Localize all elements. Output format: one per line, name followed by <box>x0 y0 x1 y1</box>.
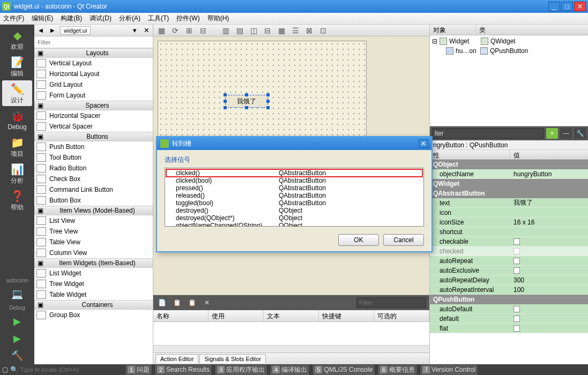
signal-row[interactable]: clicked(bool)QAbstractButton <box>166 177 422 184</box>
menu-debug[interactable]: 调试(D) <box>90 14 111 23</box>
dropdown-icon[interactable]: ▾ <box>130 26 139 35</box>
widget-item[interactable]: Radio Button <box>34 163 153 174</box>
prop-value[interactable] <box>510 325 588 332</box>
expand-icon[interactable]: ▣ <box>36 133 44 140</box>
widget-item[interactable]: Table Widget <box>34 289 153 300</box>
prop-row[interactable]: text我饿了 <box>430 198 588 208</box>
menu-file[interactable]: 文件(F) <box>3 14 24 23</box>
object-tree[interactable]: ⊟WidgetQWidget hu…onOKQPushButton <box>430 35 588 126</box>
status-pane[interactable]: 7Version Control <box>420 364 478 376</box>
checkbox[interactable] <box>513 258 520 264</box>
widget-item[interactable]: List Widget <box>34 268 153 279</box>
tb-vlayout-icon[interactable]: ▤ <box>235 26 244 35</box>
tb-signals-icon[interactable]: ⟳ <box>170 26 180 35</box>
fwd-icon[interactable]: ► <box>48 26 57 35</box>
widget-item[interactable]: Tree View <box>34 226 153 237</box>
action-list[interactable] <box>153 322 429 345</box>
debug-run-button[interactable]: ▶ <box>6 331 28 346</box>
checkbox[interactable] <box>513 267 520 274</box>
locator-input[interactable] <box>20 366 123 373</box>
expand-icon[interactable]: ▣ <box>36 49 44 57</box>
widget-item[interactable]: Horizontal Spacer <box>34 110 153 121</box>
checkbox[interactable] <box>513 306 520 312</box>
widget-item[interactable]: Button Box <box>34 195 153 206</box>
widget-item[interactable]: Push Button <box>34 141 153 152</box>
widget-item[interactable]: Table View <box>34 237 153 248</box>
menu-widgets[interactable]: 控件(W) <box>176 14 199 23</box>
prop-row[interactable]: checkable <box>430 237 588 246</box>
prop-row[interactable]: icon <box>430 208 588 218</box>
tb-hlayout-icon[interactable]: ▥ <box>221 26 230 35</box>
widget-item[interactable]: Horizontal Layout <box>34 69 153 79</box>
widget-item[interactable]: Vertical Spacer <box>34 121 153 132</box>
prop-filter-input[interactable] <box>432 128 544 139</box>
checkbox[interactable] <box>513 325 520 332</box>
tb-adjust-icon[interactable]: ⊡ <box>318 26 328 35</box>
minimize-button[interactable]: _ <box>548 2 560 11</box>
expand-icon[interactable]: ▣ <box>36 259 44 267</box>
prop-row[interactable]: iconSize16 x 16 <box>430 218 588 227</box>
prop-row[interactable]: checked <box>430 246 588 256</box>
expand-icon[interactable]: ▣ <box>36 301 44 309</box>
prop-value[interactable] <box>510 306 588 312</box>
widget-item[interactable]: Check Box <box>34 174 153 184</box>
tb-vsplit-icon[interactable]: ⊟ <box>263 26 272 35</box>
widget-item[interactable]: Vertical Layout <box>34 58 153 69</box>
tb-grid-icon[interactable]: ▦ <box>277 26 286 35</box>
prop-value[interactable]: 100 <box>510 286 588 294</box>
widget-item[interactable]: Tool Button <box>34 152 153 163</box>
run-button[interactable]: ▶ <box>6 314 28 329</box>
signal-row[interactable]: destroyed()QObject <box>166 207 422 214</box>
signal-row[interactable]: clicked()QAbstractButton <box>166 169 422 177</box>
tb-form-icon[interactable]: ☰ <box>291 26 300 35</box>
widget-item[interactable]: Form Layout <box>34 90 153 101</box>
file-tab[interactable]: widget.ui <box>60 26 91 35</box>
prop-row[interactable]: objectNamehungryButton <box>430 169 588 179</box>
prop-row[interactable]: autoRepeatInterval100 <box>430 285 588 295</box>
status-pane[interactable]: 1问题 <box>125 364 152 376</box>
signal-row[interactable]: destroyed(QObject*)QObject <box>166 214 422 222</box>
tab-action-editor[interactable]: Action Editor <box>155 354 198 363</box>
close-button[interactable]: ✕ <box>574 2 586 11</box>
back-icon[interactable]: ◄ <box>36 26 45 35</box>
prop-row[interactable]: autoRepeat <box>430 256 588 266</box>
signal-row[interactable]: released()QAbstractButton <box>166 192 422 199</box>
prop-value[interactable] <box>510 316 588 322</box>
checkbox[interactable] <box>513 248 520 254</box>
widget-item[interactable]: Column View <box>34 248 153 258</box>
dialog-close-button[interactable]: ✕ <box>419 139 428 148</box>
kit-icon[interactable]: 💻 <box>6 287 28 302</box>
mode-projects[interactable]: 📁项目 <box>2 134 32 160</box>
prop-row[interactable]: autoDefault <box>430 304 588 314</box>
prop-row[interactable]: autoRepeatDelay300 <box>430 275 588 285</box>
build-button[interactable]: 🔨 <box>6 348 28 363</box>
cancel-button[interactable]: Cancel <box>383 234 424 246</box>
expand-icon[interactable]: ▣ <box>36 207 44 214</box>
prop-value[interactable] <box>510 238 588 245</box>
widget-item[interactable]: List View <box>34 215 153 226</box>
prop-row[interactable]: default <box>430 314 588 324</box>
prop-value[interactable]: 我饿了 <box>510 198 588 207</box>
mode-welcome[interactable]: ◆欢迎 <box>2 27 32 52</box>
prop-row[interactable]: flat <box>430 324 588 333</box>
ok-button[interactable]: OK <box>338 234 379 246</box>
prop-value[interactable] <box>510 248 588 254</box>
action-filter-input[interactable] <box>356 297 426 308</box>
delete-action-icon[interactable]: ✕ <box>202 297 212 308</box>
prop-section[interactable]: QAbstractButton <box>430 189 588 198</box>
widget-filter-input[interactable] <box>34 36 153 48</box>
prop-value[interactable]: hungryButton <box>510 170 588 178</box>
mode-edit[interactable]: 📝编辑 <box>2 54 32 79</box>
property-list[interactable]: QObjectobjectNamehungryButtonQWidgetQAbs… <box>430 160 588 364</box>
tb-taborder-icon[interactable]: ⊟ <box>198 26 208 35</box>
widget-item[interactable]: Group Box <box>34 310 153 320</box>
menu-help[interactable]: 帮助(H) <box>207 14 229 23</box>
prop-section[interactable]: QWidget <box>430 179 588 189</box>
mode-analyze[interactable]: 📊分析 <box>2 161 32 186</box>
close-tab-icon[interactable]: ✕ <box>142 26 151 35</box>
tb-edit-widgets-icon[interactable]: ▦ <box>157 26 166 35</box>
add-prop-button[interactable]: + <box>546 128 558 139</box>
status-pane[interactable]: 6概要信息 <box>377 364 418 376</box>
project-label[interactable]: autoconn <box>6 278 28 283</box>
prop-value[interactable]: 300 <box>510 276 588 284</box>
